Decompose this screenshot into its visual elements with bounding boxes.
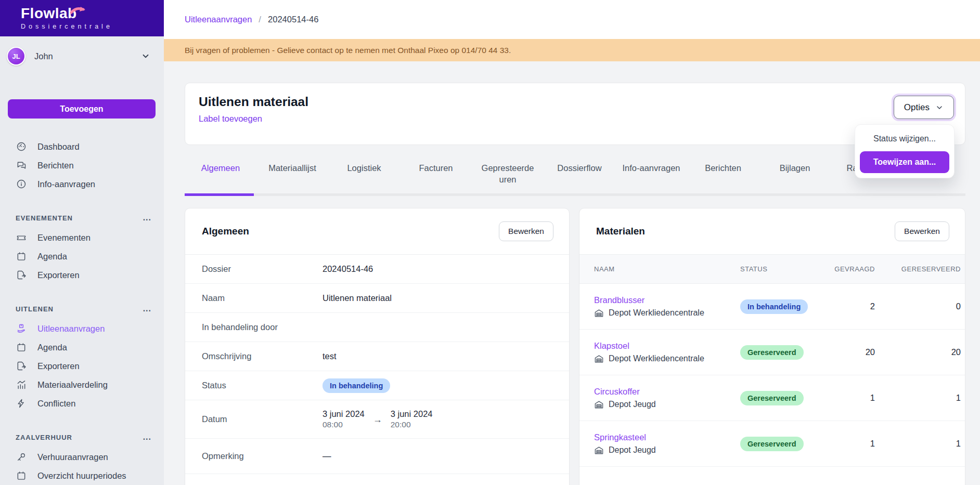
main-area: Uitleenaanvragen / 20240514-46 Bij vrage… bbox=[164, 0, 980, 485]
tab-gepresteerde-uren[interactable]: Gepresteerde uren bbox=[472, 156, 544, 186]
bolt-icon bbox=[16, 398, 27, 409]
tab-dossierflow[interactable]: Dossierflow bbox=[544, 156, 615, 186]
calendar-icon bbox=[16, 470, 27, 481]
requested-count: 20 bbox=[823, 347, 875, 357]
general-panel-title: Algemeen bbox=[202, 226, 249, 237]
options-button[interactable]: Opties bbox=[894, 96, 954, 119]
sidebar-item-overzicht-huurperiodes[interactable]: Overzicht huurperiodes bbox=[0, 466, 164, 485]
chevron-down-icon bbox=[141, 51, 150, 61]
section-menu-icon[interactable]: ... bbox=[143, 216, 151, 219]
status-badge: Gereserveerd bbox=[740, 345, 804, 360]
tab-facturen[interactable]: Facturen bbox=[400, 156, 472, 186]
depot-icon bbox=[594, 400, 604, 410]
section-menu-icon[interactable]: ... bbox=[143, 307, 151, 310]
detail-row-status: Status In behandeling bbox=[185, 371, 569, 400]
table-row: Brandblusser Depot Werkliedencentrale In… bbox=[579, 284, 965, 330]
tab-bar: Algemeen Materiaallijst Logistiek Factur… bbox=[185, 156, 965, 198]
breadcrumb-parent-link[interactable]: Uitleenaanvragen bbox=[185, 15, 252, 24]
requested-count: 1 bbox=[823, 439, 875, 449]
calendar-icon bbox=[16, 342, 27, 352]
sidebar-item-exporteren-uitlenen[interactable]: Exporteren bbox=[0, 357, 164, 375]
export-icon bbox=[16, 270, 27, 280]
options-dropdown-menu: Status wijzigen... Toewijzen aan... bbox=[855, 124, 955, 178]
sidebar-item-uitleenaanvragen[interactable]: Uitleenaanvragen bbox=[0, 319, 164, 338]
sidebar-item-materiaalverdeling[interactable]: Materiaalverdeling bbox=[0, 375, 164, 394]
requested-count: 1 bbox=[823, 393, 875, 403]
edit-materials-button[interactable]: Bewerken bbox=[895, 221, 949, 241]
tab-berichten[interactable]: Berichten bbox=[687, 156, 759, 186]
sidebar-item-conflicten[interactable]: Conflicten bbox=[0, 394, 164, 413]
brand-logo[interactable]: Flowlab Dossiercentrale bbox=[0, 0, 164, 36]
table-row: Springkasteel Depot Jeugd Gereserveerd 1… bbox=[579, 421, 965, 467]
tab-track bbox=[185, 193, 965, 196]
sidebar-item-label: Verhuuraanvragen bbox=[37, 452, 108, 462]
sidebar-item-info-aanvragen[interactable]: Info-aanvragen bbox=[0, 175, 164, 193]
key-icon bbox=[16, 452, 27, 462]
status-badge: Gereserveerd bbox=[740, 437, 804, 451]
add-button[interactable]: Toevoegen bbox=[8, 99, 156, 119]
material-link[interactable]: Brandblusser bbox=[594, 295, 740, 305]
sidebar-item-agenda-uitlenen[interactable]: Agenda bbox=[0, 338, 164, 357]
ticket-icon bbox=[16, 232, 27, 243]
user-menu[interactable]: JL John bbox=[0, 36, 164, 75]
tab-materiaallijst[interactable]: Materiaallijst bbox=[256, 156, 328, 186]
breadcrumb-current: 20240514-46 bbox=[268, 15, 318, 24]
dossier-header-card: Uitlenen materiaal Label toevoegen Optie… bbox=[185, 83, 965, 145]
page-title: Uitlenen materiaal bbox=[199, 95, 965, 109]
sidebar-item-label: Exporteren bbox=[37, 270, 80, 280]
menu-item-toewijzen-aan[interactable]: Toewijzen aan... bbox=[860, 151, 949, 173]
reserved-count: 20 bbox=[875, 347, 961, 357]
sidebar-item-label: Info-aanvragen bbox=[37, 179, 95, 189]
sidebar-item-label: Evenementen bbox=[37, 233, 91, 243]
sidebar-nav: Dashboard Berichten Info-aanvragen EVENE… bbox=[0, 137, 164, 485]
dashboard-icon bbox=[16, 141, 27, 152]
detail-row-opmerking: Opmerking — bbox=[185, 439, 569, 474]
menu-item-status-wijzigen[interactable]: Status wijzigen... bbox=[855, 127, 954, 150]
tab-logistiek[interactable]: Logistiek bbox=[328, 156, 400, 186]
detail-row-datum: Datum 3 juni 2024 08:00 → 3 juni 2024 20… bbox=[185, 400, 569, 439]
avatar: JL bbox=[7, 47, 25, 65]
calendar-icon bbox=[16, 251, 27, 261]
section-title-evenementen: EVENEMENTEN bbox=[16, 214, 73, 222]
sidebar-item-berichten[interactable]: Berichten bbox=[0, 156, 164, 175]
sidebar-item-label: Materiaalverdeling bbox=[37, 380, 108, 390]
notice-banner-text: Bij vragen of problemen - Gelieve contac… bbox=[185, 46, 511, 55]
breadcrumb: Uitleenaanvragen / 20240514-46 bbox=[164, 0, 980, 39]
depot-label: Depot Werkliedencentrale bbox=[609, 354, 704, 363]
materials-table-header: NAAM STATUS GEVRAAGD GERESERVEERD bbox=[579, 255, 965, 284]
sidebar-item-label: Dashboard bbox=[37, 142, 80, 152]
sidebar-item-label: Conflicten bbox=[37, 399, 75, 409]
table-row: Circuskoffer Depot Jeugd Gereserveerd 1 … bbox=[579, 375, 965, 421]
detail-row-in-behandeling-door: In behandeling door bbox=[185, 313, 569, 342]
edit-general-button[interactable]: Bewerken bbox=[499, 221, 553, 241]
depot-label: Depot Jeugd bbox=[609, 400, 656, 409]
active-tab-indicator bbox=[185, 193, 254, 196]
sidebar-item-label: Uitleenaanvragen bbox=[37, 324, 105, 334]
user-name: John bbox=[34, 51, 141, 61]
sidebar-item-label: Agenda bbox=[37, 343, 67, 352]
status-badge: Gereserveerd bbox=[740, 391, 804, 405]
sidebar-item-label: Berichten bbox=[37, 161, 74, 171]
sidebar-item-label: Exporteren bbox=[37, 361, 80, 371]
sidebar-item-exporteren-evenementen[interactable]: Exporteren bbox=[0, 266, 164, 284]
table-row: Klapstoel Depot Werkliedencentrale Geres… bbox=[579, 330, 965, 375]
sidebar-item-dashboard[interactable]: Dashboard bbox=[0, 137, 164, 156]
material-link[interactable]: Springkasteel bbox=[594, 432, 740, 442]
material-link[interactable]: Klapstoel bbox=[594, 341, 740, 351]
tab-algemeen[interactable]: Algemeen bbox=[185, 156, 256, 186]
sidebar-item-agenda-evenementen[interactable]: Agenda bbox=[0, 247, 164, 266]
section-title-zaalverhuur: ZAALVERHUUR bbox=[16, 434, 72, 441]
sidebar-item-verhuuraanvragen[interactable]: Verhuuraanvragen bbox=[0, 448, 164, 466]
depot-label: Depot Jeugd bbox=[609, 445, 656, 455]
tab-info-aanvragen[interactable]: Info-aanvragen bbox=[615, 156, 687, 186]
depot-icon bbox=[594, 354, 604, 364]
tab-bijlagen[interactable]: Bijlagen bbox=[759, 156, 831, 186]
add-label-link[interactable]: Label toevoegen bbox=[199, 114, 262, 124]
depot-icon bbox=[594, 308, 604, 318]
brand-subtitle: Dossiercentrale bbox=[21, 23, 164, 30]
materials-panel: Materialen Bewerken NAAM STATUS GEVRAAGD… bbox=[579, 208, 965, 485]
sidebar-item-evenementen[interactable]: Evenementen bbox=[0, 228, 164, 247]
section-menu-icon[interactable]: ... bbox=[143, 436, 151, 439]
breadcrumb-separator: / bbox=[259, 15, 261, 25]
material-link[interactable]: Circuskoffer bbox=[594, 387, 740, 397]
